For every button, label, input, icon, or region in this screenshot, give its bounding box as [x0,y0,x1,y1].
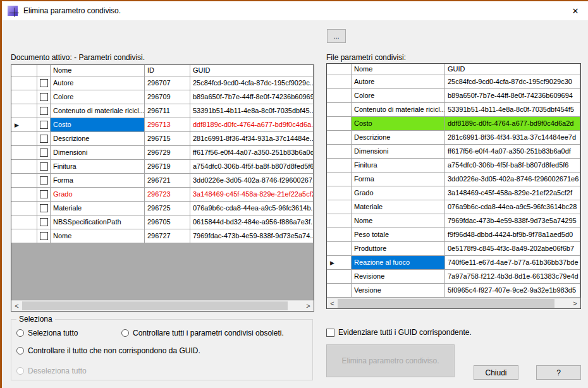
row-selector-cell[interactable]: ▶ [11,118,37,132]
radio-circle-icon[interactable] [16,347,24,355]
table-row[interactable]: Contenuto di materiale ricicl...29671153… [11,104,314,118]
row-selector-cell[interactable] [327,145,352,159]
name-cell[interactable]: Materiale [51,202,145,215]
name-cell[interactable]: Forma [352,173,445,186]
guid-cell[interactable]: f9f96d48-dbbd-4424-bf9b-9f78a1aed5d0 [445,228,580,242]
name-cell[interactable]: Contenuto di materiale ricicl... [51,104,145,118]
table-row[interactable]: Revisione7a97a758-f212-4b3d-8d1e-661383c… [327,270,580,284]
radio-circle-icon[interactable] [121,329,129,337]
checkbox-cell[interactable] [37,76,51,90]
checkbox-cell[interactable] [37,174,51,188]
table-row[interactable]: Finitura296719a754dfc0-306b-4f5f-ba8f-b8… [11,160,314,174]
name-cell[interactable]: Materiale [352,200,445,214]
table-row[interactable]: Nome7969fdac-473b-4e59-838f-9d73e5a74295 [327,214,580,228]
table-row[interactable]: Finituraa754dfc0-306b-4f5f-ba8f-b807d8fe… [327,159,580,173]
checkbox-cell[interactable] [37,118,51,132]
name-cell[interactable]: Colore [51,90,145,104]
table-row[interactable]: Materiale076a9b6c-cda8-44ea-a9c5-96fc361… [327,200,580,214]
table-row[interactable]: Peso totalef9f96d48-dbbd-4424-bf9b-9f78a… [327,228,580,242]
guid-cell[interactable]: 5f0965c4-f927-407e-9ce2-9a32e1b983d5 [445,284,580,298]
close-dialog-button[interactable]: Chiudi [474,365,518,380]
row-selector-cell[interactable] [327,228,352,242]
guid-cell[interactable]: 0e5178f9-c845-4f3c-8a49-202abe06f6b7 [445,242,580,256]
table-row[interactable]: Descrizione296715281c6991-8f36-4f34-931a… [11,132,314,146]
row-checkbox[interactable] [40,135,48,143]
guid-cell[interactable]: 076a9b6c-cda8-44ea-a9c5-96fc3614bc28 [445,200,580,214]
name-cell[interactable]: Peso totale [352,228,445,242]
radio-controllare-non-corrispondono[interactable]: Controllare il tutto che non corrispondo… [16,346,200,355]
row-selector-cell[interactable] [327,173,352,186]
guid-cell[interactable]: ff617f56-e0f4-4a07-a350-251b83b6a0df [445,145,580,159]
checkbox-cell[interactable] [37,90,51,104]
table-row[interactable]: Forma2967213dd0226e-3d05-402a-8746-f2960… [11,174,314,188]
guid-cell[interactable]: ddf8189c-d0fc-4764-a677-bd9f0c4d6a2d [445,117,580,131]
name-cell[interactable]: Versione [352,284,445,298]
row-selector-cell[interactable] [327,242,352,256]
table-row[interactable]: Costoddf8189c-d0fc-4764-a677-bd9f0c4d6a2… [327,117,580,131]
id-cell[interactable]: 296709 [145,90,190,104]
delete-shared-parameter-button[interactable]: Elimina parametro condiviso. [326,344,455,377]
guid-cell[interactable]: 25c84fcd-9cd0-4cfa-87dc-195cf9029c30 [445,75,580,89]
guid-cell[interactable]: b89a650f-7b7e-44ff-8e0f-74236b609694 [190,90,314,104]
guid-cell[interactable]: 25c84fcd-9cd0-4cfa-87dc-195cf9029c... [190,76,314,90]
guid-cell[interactable]: 3a148469-c45f-458a-829e-21ef22a5cf2f [190,188,314,202]
name-cell[interactable]: Grado [51,188,145,202]
scroll-left-arrow-icon[interactable]: < [11,302,22,310]
name-cell[interactable]: Produttore [352,242,445,256]
table-row[interactable]: Dimensioni296729ff617f56-e0f4-4a07-a350-… [11,146,314,160]
id-cell[interactable]: 296715 [145,132,190,146]
guid-cell[interactable]: 076a9b6c-cda8-44ea-a9c5-96fc3614b... [190,202,314,215]
table-row[interactable]: Forma3dd0226e-3d05-402a-8746-f296002671e… [327,173,580,186]
row-checkbox[interactable] [40,218,48,226]
row-checkbox[interactable] [40,162,48,171]
name-cell[interactable]: Colore [352,89,445,103]
name-cell[interactable]: Nome [352,214,445,228]
row-selector-cell[interactable] [327,89,352,103]
guid-cell[interactable]: b89a650f-7b7e-44ff-8e0f-74236b609694 [445,89,580,103]
row-checkbox[interactable] [40,79,48,87]
name-cell[interactable]: NBSSpecificationPath [51,215,145,229]
row-selector-cell[interactable] [327,75,352,89]
guid-cell[interactable]: 281c6991-8f36-4f34-931a-37c14484e... [190,132,314,146]
row-selector-cell[interactable]: ▶ [327,256,352,270]
scroll-right-arrow-icon[interactable]: > [570,300,580,307]
row-selector-cell[interactable] [327,131,352,145]
guid-cell[interactable]: 0615844d-bd32-484e-a956-f886a7e3f... [190,215,314,229]
checkbox-cell[interactable] [37,202,51,215]
guid-cell[interactable]: 53391b51-4b11-4e8a-8c0f-7035dbf45... [190,104,314,118]
guid-cell[interactable]: ff617f56-e0f4-4a07-a350-251b83b6a0df [190,146,314,160]
close-icon[interactable]: ✕ [567,6,588,16]
table-row[interactable]: NBSSpecificationPath2967050615844d-bd32-… [11,215,314,229]
horizontal-scrollbar[interactable]: <> [11,300,314,311]
table-row[interactable]: Materiale296725076a9b6c-cda8-44ea-a9c5-9… [11,202,314,215]
guid-cell[interactable]: 740f6e11-e67d-4ae7-b77a-61b36bb37bde [445,256,580,270]
id-cell[interactable]: 296727 [145,229,190,243]
radio-seleziona-tutto[interactable]: Seleziona tutto [16,329,78,337]
help-button[interactable]: ? [536,365,581,380]
row-selector-cell[interactable] [11,202,37,215]
row-checkbox[interactable] [40,190,48,198]
id-cell[interactable]: 296721 [145,174,190,188]
highlight-guid-checkbox[interactable]: Evidenziare tutti i GUID corrispondente. [326,328,472,337]
name-cell[interactable]: Grado [352,186,445,200]
row-selector-cell[interactable] [11,160,37,174]
name-cell[interactable]: Descrizione [352,131,445,145]
row-selector-cell[interactable] [327,270,352,284]
guid-cell[interactable]: ddf8189c-d0fc-4764-a677-bd9f0c4d6a... [190,118,314,132]
table-row[interactable]: Coloreb89a650f-7b7e-44ff-8e0f-74236b6096… [327,89,580,103]
row-checkbox[interactable] [40,107,48,115]
row-checkbox[interactable] [40,93,48,101]
name-cell[interactable]: Autore [51,76,145,90]
name-cell[interactable]: Dimensioni [352,145,445,159]
browse-button[interactable]: ... [327,29,346,43]
table-row[interactable]: Grado2967233a148469-c45f-458a-829e-21ef2… [11,188,314,202]
guid-cell[interactable]: 7a97a758-f212-4b3d-8d1e-661383c79e4d [445,270,580,284]
id-cell[interactable]: 296705 [145,215,190,229]
name-cell[interactable]: Finitura [51,160,145,174]
guid-cell[interactable]: 3a148469-c45f-458a-829e-21ef22a5cf2f [445,186,580,200]
scrollbar-thumb[interactable] [22,301,288,310]
row-checkbox[interactable] [40,121,48,129]
name-cell[interactable]: Costo [352,117,445,131]
table-row[interactable]: Autore29670725c84fcd-9cd0-4cfa-87dc-195c… [11,76,314,90]
row-selector-cell[interactable] [11,132,37,146]
